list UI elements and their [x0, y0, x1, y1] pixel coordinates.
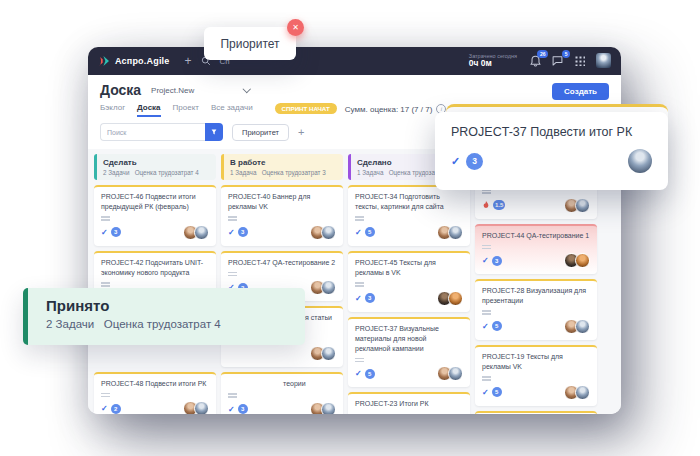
preview-title: PROJECT-37 Подвести итог РК: [451, 125, 652, 139]
description-icon: [228, 216, 237, 218]
check-icon: ✓: [355, 294, 362, 303]
check-icon: ✓: [451, 155, 460, 168]
description-icon: [101, 393, 110, 395]
task-card[interactable]: PROJECT-23 Итоги РК ✓ 5: [348, 392, 470, 414]
chevron-down-icon: [242, 85, 250, 93]
task-card[interactable]: PROJECT-37 Визуальные материалы для ново…: [348, 317, 470, 388]
assignee-avatars: [310, 402, 336, 414]
fire-icon: [482, 201, 490, 210]
task-card[interactable]: PROJECT-40 Баннер для рекламы VK ✓ 3: [221, 185, 343, 246]
tab-all-tasks[interactable]: Все задачи: [211, 103, 253, 117]
task-title: PROJECT-47 QA-тестирование 2: [228, 258, 336, 268]
task-title: теории: [228, 379, 336, 389]
task-card[interactable]: PROJECT-34 Подготовить тексты, картинки …: [348, 185, 470, 246]
description-icon: [482, 376, 491, 378]
estimate-badge: 2: [111, 404, 121, 414]
tab-project[interactable]: Проект: [173, 103, 199, 117]
estimate-badge: 3: [466, 153, 483, 170]
notifications-badge: 26: [537, 50, 548, 58]
check-icon: ✓: [355, 369, 362, 378]
task-title: PROJECT-19 Тексты для рекламы VK: [482, 352, 590, 372]
tab-board[interactable]: Доска: [137, 103, 160, 117]
assignee-avatars: [183, 401, 209, 414]
check-icon: ✓: [355, 228, 362, 237]
accepted-stats: 2 Задачи Оценка трудозатрат 4: [46, 318, 305, 330]
column-header-todo[interactable]: Сделать 2 Задачи Оценка трудозатрат 4: [94, 154, 216, 180]
accepted-title: Принято: [46, 297, 305, 314]
assignee-avatars: [437, 291, 463, 306]
assignee-avatars: [564, 385, 590, 400]
task-card[interactable]: PROJECT-28 Визуализация для презентации …: [475, 279, 597, 340]
task-title: PROJECT-37 Визуальные материалы для ново…: [355, 324, 463, 354]
add-icon[interactable]: +: [185, 55, 192, 67]
priority-filter-chip[interactable]: Приоритет: [232, 124, 289, 141]
messages-badge: 5: [562, 50, 570, 58]
messages-button[interactable]: 5: [552, 55, 563, 66]
estimate-badge: 5: [492, 321, 502, 331]
create-button[interactable]: Создать: [552, 83, 609, 100]
task-card-preview[interactable]: PROJECT-37 Подвести итог РК ✓ 3: [435, 112, 668, 190]
description-icon: [228, 393, 237, 395]
task-title: PROJECT-40 Баннер для рекламы VK: [228, 192, 336, 212]
check-icon: ✓: [482, 388, 489, 397]
avatar: [321, 346, 336, 361]
assignee-avatars: [310, 225, 336, 240]
column-in-progress: В работе 1 Задача Оценка трудозатрат 3 P…: [221, 154, 343, 414]
add-filter-button[interactable]: +: [298, 126, 304, 138]
avatar: [575, 198, 590, 213]
task-card-highlighted[interactable]: PROJECT-44 QA-тестирование 1 ✓ 3: [475, 224, 597, 275]
check-icon: ✓: [228, 228, 235, 237]
task-card[interactable]: теории ✓ 3: [221, 372, 343, 414]
column-stats: 2 Задачи Оценка трудозатрат 4: [103, 169, 210, 176]
project-select[interactable]: Project.New: [151, 86, 249, 95]
estimate-badge: 3: [238, 404, 248, 414]
time-tracker: Затрачено сегодня 0ч 0м: [469, 53, 517, 68]
avatar: [575, 253, 590, 268]
task-title: PROJECT-28 Визуализация для презентации: [482, 286, 590, 306]
check-icon: ✓: [228, 405, 235, 414]
summary-score: Сумм. оценка: 17 (7 / 7) i: [345, 104, 447, 114]
avatar: [628, 149, 652, 173]
task-card[interactable]: PROJECT-45 Тексты для рекламы в VK ✓ 3: [348, 251, 470, 312]
chat-icon: [552, 55, 563, 66]
avatar: [575, 385, 590, 400]
description-icon: [228, 272, 237, 274]
task-title: PROJECT-23 Итоги РК: [355, 399, 463, 409]
estimate-badge: 3: [365, 293, 375, 303]
avatar: [194, 225, 209, 240]
user-avatar[interactable]: [596, 53, 611, 68]
description-icon: [101, 282, 110, 284]
app-name: Аспро.Agile: [115, 56, 170, 66]
tab-backlog[interactable]: Бэклог: [100, 103, 125, 117]
apps-grid-icon[interactable]: [574, 55, 585, 66]
estimate-badge: 3: [492, 256, 502, 266]
search-input[interactable]: [100, 123, 205, 141]
time-value: 0ч 0м: [469, 59, 517, 68]
app-logo[interactable]: Аспро.Agile: [98, 55, 170, 67]
close-icon[interactable]: ✕: [287, 19, 304, 36]
task-card[interactable]: PROJECT-16 Подвести итоги РК: [475, 411, 597, 414]
column-done: Сделано 1 Задача Оценка трудозатрат PROJ…: [348, 154, 470, 414]
estimate-badge: 1.5: [493, 200, 505, 210]
estimate-badge: 3: [238, 227, 248, 237]
avatar: [321, 280, 336, 295]
assignee-avatars: [564, 319, 590, 334]
task-title: PROJECT-46 Подвести итоги предыдущей РК …: [101, 192, 209, 212]
description-icon: [101, 216, 110, 218]
avatar: [448, 291, 463, 306]
task-card[interactable]: PROJECT-19 Тексты для рекламы VK ✓ 5: [475, 345, 597, 406]
notifications-button[interactable]: 26: [530, 55, 541, 67]
topbar-right: Затрачено сегодня 0ч 0м 26 5: [469, 53, 611, 68]
assignee-avatars: [310, 280, 336, 295]
assignee-avatars: [437, 225, 463, 240]
task-card[interactable]: PROJECT-48 Подвести итоги РК ✓ 2: [94, 372, 216, 414]
filter-button[interactable]: [205, 123, 223, 141]
accepted-tooltip: Принято 2 Задачи Оценка трудозатрат 4: [23, 288, 305, 345]
avatar: [321, 225, 336, 240]
task-card[interactable]: PROJECT-46 Подвести итоги предыдущей РК …: [94, 185, 216, 246]
task-title: PROJECT-34 Подготовить тексты, картинки …: [355, 192, 463, 212]
page-title: Доска: [100, 82, 141, 98]
avatar: [575, 319, 590, 334]
task-title: PROJECT-45 Тексты для рекламы в VK: [355, 258, 463, 278]
column-header-in-progress[interactable]: В работе 1 Задача Оценка трудозатрат 3: [221, 154, 343, 180]
